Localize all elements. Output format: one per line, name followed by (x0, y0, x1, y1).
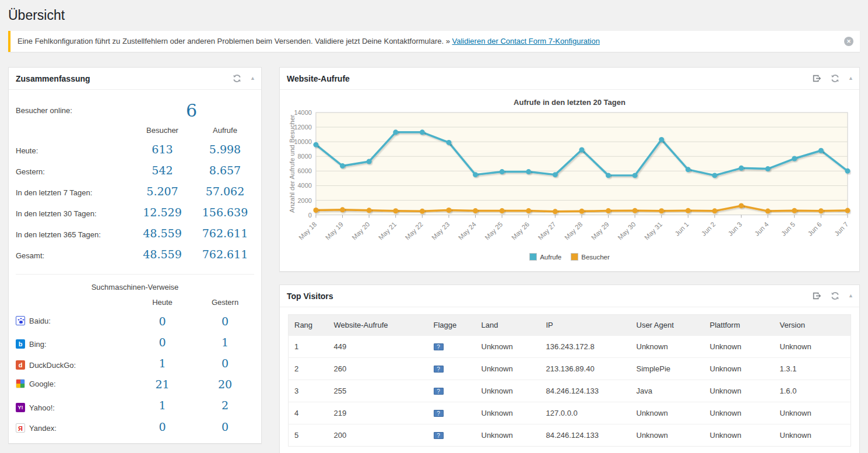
row-label: Gesamt: (16, 251, 129, 260)
svg-text:Jun 1: Jun 1 (673, 221, 690, 237)
legend-entry: Aufrufe (529, 253, 561, 261)
summary-refresh-button[interactable] (232, 73, 242, 83)
visitors-refresh-button[interactable] (830, 291, 840, 301)
visitors-collapse-button[interactable]: ▲ (848, 293, 853, 299)
cell-ip: 84.246.124.133 (540, 380, 631, 402)
cell-flag: ? (428, 380, 476, 402)
engine-today: 0 (129, 336, 196, 349)
cell-platform: Unknown (704, 358, 774, 380)
cell-ip: 127.0.0.0 (540, 402, 631, 424)
search-engine-row: ЯYandex: 0 0 (16, 416, 254, 437)
cell-agent: Unknown (631, 402, 704, 424)
table-row: 2 260 ? Unknown 213.136.89.40 SimplePie … (289, 358, 851, 380)
col-agent: User Agent (631, 315, 704, 336)
engine-yesterday: 0 (196, 357, 254, 370)
close-icon: ✕ (846, 38, 851, 44)
unknown-flag-icon: ? (434, 388, 444, 395)
summary-collapse-button[interactable]: ▲ (250, 76, 255, 81)
unknown-flag-icon: ? (434, 432, 444, 439)
cell-country: Unknown (476, 336, 540, 358)
cell-version: Unknown (774, 336, 851, 358)
cell-version: Unknown (774, 402, 851, 424)
engine-yesterday: 2 (196, 399, 254, 412)
engine-today: 0 (129, 315, 196, 328)
top-visitors-table: Rang Website-Aufrufe Flagge Land IP User… (288, 314, 851, 447)
top-visitors-header[interactable]: Top Visitors (280, 285, 859, 307)
cell-platform: Unknown (704, 424, 774, 447)
col-country: Land (476, 315, 540, 336)
summary-row: In den letzten 365 Tagen: 48.559 762.611 (16, 223, 254, 244)
hits-panel-title: Website-Aufrufe (287, 75, 350, 83)
svg-text:May 18: May 18 (297, 221, 318, 241)
hits-collapse-button[interactable]: ▲ (848, 76, 853, 81)
engine-yesterday: 1 (196, 336, 254, 349)
duckduckgo-icon: d (16, 360, 25, 370)
row-views: 762.611 (196, 248, 254, 261)
yahoo-icon: Y! (16, 403, 25, 412)
cell-version: Unknown (774, 424, 851, 447)
row-visitors: 48.559 (129, 227, 196, 240)
visitors-export-button[interactable] (812, 291, 822, 301)
col-hits: Website-Aufrufe (328, 315, 428, 336)
cell-flag: ? (428, 424, 476, 447)
legend-entry: Besucher (571, 253, 610, 261)
summary-row: Heute: 613 5.998 (16, 139, 254, 160)
top-visitors-panel: Top Visitors (279, 285, 860, 453)
svg-text:Jun 5: Jun 5 (780, 221, 796, 237)
engine-today: 0 (129, 420, 196, 433)
summary-row: In den letzten 7 Tagen: 5.207 57.062 (16, 181, 254, 202)
cell-platform: Unknown (704, 380, 774, 402)
engine-today: 21 (129, 378, 196, 391)
engine-yesterday: 20 (196, 378, 254, 391)
svg-text:6000: 6000 (298, 167, 312, 174)
hits-panel-header[interactable]: Website-Aufrufe (280, 68, 859, 90)
dismiss-notice-button[interactable]: ✕ (844, 37, 853, 46)
search-engine-row: Y!Yahoo!: 1 2 (16, 395, 254, 416)
svg-text:Anzahl der Aufrufe und Besuche: Anzahl der Aufrufe und Besucher (289, 114, 296, 212)
visitors-online-value: 6 (129, 100, 254, 121)
hits-export-button[interactable] (812, 73, 822, 83)
chart-legend: AufrufeBesucher (288, 252, 851, 265)
svg-text:2000: 2000 (298, 197, 312, 204)
row-visitors: 5.207 (129, 185, 196, 198)
google-icon (16, 379, 25, 388)
summary-column-headers: Besucher Aufrufe (16, 122, 254, 139)
refresh-icon (232, 73, 242, 83)
row-label: In den letzten 365 Tagen: (16, 230, 129, 239)
table-header-row: Rang Website-Aufrufe Flagge Land IP User… (289, 315, 851, 336)
bing-icon: b (16, 339, 25, 349)
legend-swatch (571, 253, 578, 261)
svg-text:14000: 14000 (294, 109, 312, 116)
cell-rank: 2 (289, 358, 328, 380)
summary-panel-title: Zusammenfassung (16, 75, 90, 83)
engine-label: Bing: (29, 340, 47, 349)
row-views: 762.611 (196, 227, 254, 240)
search-engine-row: Google: 21 20 (16, 374, 254, 395)
hits-line-chart: 02000400060008000100001200014000May 18Ma… (288, 109, 851, 252)
cell-country: Unknown (476, 380, 540, 402)
search-engine-row: Baidu: 0 0 (16, 311, 254, 332)
cell-country: Unknown (476, 402, 540, 424)
cell-version: 1.6.0 (774, 380, 851, 402)
summary-row: Gesamt: 48.559 762.611 (16, 244, 254, 265)
row-visitors: 613 (129, 143, 196, 156)
svg-text:0: 0 (308, 212, 312, 219)
hits-refresh-button[interactable] (830, 73, 840, 83)
summary-panel-header[interactable]: Zusammenfassung (9, 68, 261, 90)
validate-cf7-link[interactable]: Validieren der Contact Form 7-Konfigurat… (452, 37, 600, 45)
svg-text:May 23: May 23 (430, 221, 451, 241)
engine-yesterday: 0 (196, 420, 254, 433)
svg-text:May 30: May 30 (616, 221, 637, 241)
row-views: 8.657 (196, 164, 254, 177)
svg-text:10000: 10000 (294, 138, 312, 145)
cell-agent: Java (631, 380, 704, 402)
page-wrap: Übersicht Eine Fehlkonfiguration führt z… (0, 0, 868, 453)
unknown-flag-icon: ? (434, 410, 444, 417)
cell-hits: 449 (328, 336, 428, 358)
cell-rank: 4 (289, 402, 328, 424)
warning-notice: Eine Fehlkonfiguration führt zu Zustellf… (8, 31, 860, 52)
svg-text:May 22: May 22 (404, 221, 424, 241)
svg-text:May 26: May 26 (510, 221, 530, 241)
svg-text:May 24: May 24 (457, 220, 478, 241)
col-header-views: Aufrufe (196, 126, 254, 135)
